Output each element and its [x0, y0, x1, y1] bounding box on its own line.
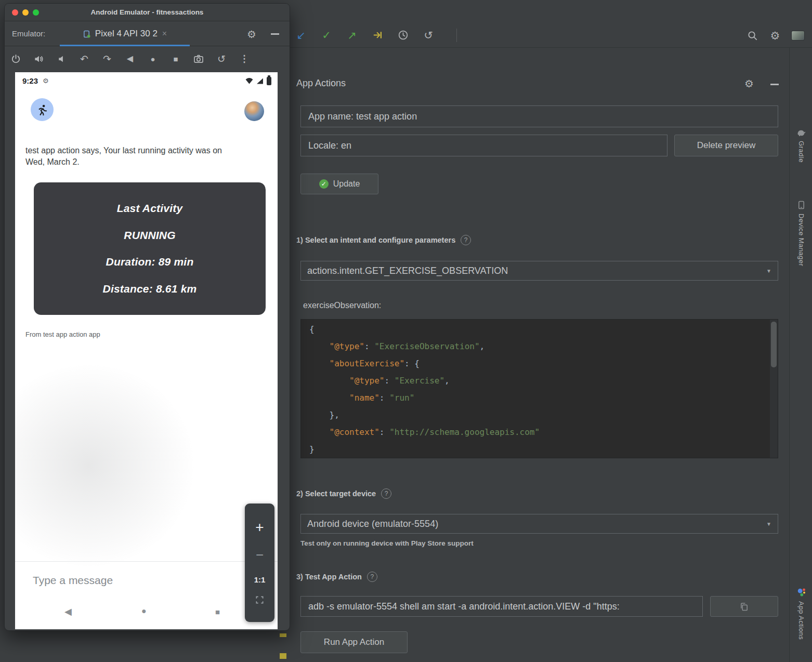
code-content: { "@type": "ExerciseObservation", "about…	[301, 320, 778, 458]
run-app-action-button[interactable]: Run App Action	[300, 631, 408, 653]
device-note: Test only on running device with Play St…	[300, 539, 474, 547]
rotate-left-icon[interactable]: ↶	[77, 52, 91, 65]
tab-close-icon[interactable]: ×	[162, 29, 167, 38]
step2-help-icon[interactable]: ?	[381, 488, 391, 499]
card-activity: RUNNING	[124, 229, 175, 242]
wifi-icon	[245, 78, 253, 84]
gradle-elephant-icon	[796, 129, 806, 137]
fitness-app-icon	[31, 98, 54, 121]
code-scrollbar-thumb[interactable]	[771, 322, 777, 367]
home-button-icon[interactable]: ●	[146, 52, 160, 65]
bookmark-tick	[280, 653, 286, 659]
emulator-settings-gear-icon[interactable]: ⚙	[247, 28, 256, 41]
panel-minimize-icon[interactable]	[770, 84, 779, 85]
screenshot-root: ↙ ✓ ↗ ↺ ⚙ App Actions ⚙ App name: test a…	[0, 0, 812, 662]
skip-to-end-icon[interactable]	[372, 30, 383, 41]
chevron-down-icon: ▼	[766, 268, 771, 274]
fit-screen-icon[interactable]	[255, 595, 264, 606]
tab-pixel4[interactable]: Pixel 4 API 30 2 ×	[56, 21, 194, 46]
app-name-field[interactable]: App name: test app action	[300, 105, 778, 127]
toolbar-divider	[456, 29, 457, 42]
zoom-in-button[interactable]: +	[255, 519, 264, 536]
copy-command-button[interactable]	[710, 596, 778, 617]
step3-help-icon[interactable]: ?	[367, 572, 377, 582]
activity-card: Last Activity RUNNING Duration: 89 min D…	[34, 182, 266, 315]
right-tool-stripe: Gradle Device Manager App Actions	[789, 48, 812, 662]
zoom-out-button[interactable]: −	[256, 547, 264, 563]
nav-back-icon[interactable]: ◀	[64, 606, 72, 617]
emulator-titlebar: Android Emulator - fitnessactions	[5, 4, 290, 21]
settings-gear-icon[interactable]: ⚙	[769, 30, 781, 41]
clock-icon[interactable]	[397, 30, 409, 41]
emulator-minimize-icon[interactable]	[271, 33, 279, 35]
camera-icon[interactable]	[192, 52, 205, 65]
phone-screen: 9:23 ⚙ test app action says, Your last r…	[15, 72, 278, 629]
code-editor[interactable]: { "@type": "ExerciseObservation", "about…	[300, 319, 778, 458]
update-check-icon: ✓	[319, 179, 329, 189]
status-bar: 9:23 ⚙	[22, 76, 49, 85]
adb-command-field[interactable]: adb -s emulator-5554 shell am start -a a…	[300, 596, 703, 617]
target-device-dropdown[interactable]: Android device (emulator-5554) ▼	[300, 514, 778, 534]
arrow-down-left-icon[interactable]: ↙	[295, 30, 307, 41]
step1-label: 1) Select an intent and configure parame…	[296, 236, 455, 244]
target-device-value: Android device (emulator-5554)	[307, 519, 438, 529]
intent-dropdown-value: actions.intent.GET_EXERCISE_OBSERVATION	[307, 266, 508, 276]
step2-label: 2) Select target device	[296, 489, 376, 498]
step2-section: 2) Select target device ?	[296, 488, 391, 499]
search-icon[interactable]	[746, 30, 758, 41]
status-icons	[245, 77, 271, 85]
snapshot-icon[interactable]: ↺	[215, 52, 228, 65]
step1-help-icon[interactable]: ?	[461, 235, 471, 245]
device-tab-icon	[83, 30, 90, 38]
emulator-label: Emulator:	[12, 29, 45, 38]
nav-home-icon[interactable]: ●	[141, 606, 147, 616]
nav-overview-icon[interactable]: ■	[215, 607, 220, 616]
step1-section: 1) Select an intent and configure parame…	[296, 235, 471, 245]
battery-icon	[267, 77, 271, 85]
volume-up-icon[interactable]	[32, 52, 45, 65]
bookmark-tick	[280, 633, 286, 637]
tab-gradle[interactable]: Gradle	[790, 129, 812, 163]
update-button-label: Update	[333, 179, 360, 189]
volume-down-icon[interactable]	[55, 52, 68, 65]
overview-button-icon[interactable]: ■	[169, 52, 182, 65]
delete-preview-button[interactable]: Delete preview	[674, 135, 778, 156]
intent-dropdown[interactable]: actions.intent.GET_EXERCISE_OBSERVATION …	[300, 261, 778, 281]
arrow-up-right-icon[interactable]: ↗	[346, 30, 358, 41]
step3-label: 3) Test App Action	[296, 573, 362, 581]
tab-app-actions[interactable]: App Actions	[790, 587, 812, 640]
power-icon[interactable]	[9, 52, 22, 65]
panel-gear-icon[interactable]: ⚙	[744, 77, 754, 90]
zoom-ratio-button[interactable]: 1:1	[254, 575, 266, 584]
app-actions-panel-title: App Actions	[296, 78, 346, 89]
android-nav-bar: ◀ ● ■	[15, 599, 278, 629]
back-button-icon[interactable]: ◀	[123, 52, 137, 65]
step3-section: 3) Test App Action ?	[296, 572, 377, 582]
card-title: Last Activity	[117, 202, 183, 215]
copy-icon	[740, 602, 749, 611]
tab-device-manager-label: Device Manager	[797, 214, 805, 267]
device-manager-icon	[797, 201, 806, 209]
user-avatar	[244, 101, 264, 121]
emulator-tabbar: Emulator: Pixel 4 API 30 2 × ⚙	[5, 21, 290, 46]
emulator-window-title: Android Emulator - fitnessactions	[5, 4, 290, 21]
card-duration: Duration: 89 min	[106, 256, 194, 268]
emulator-window: Android Emulator - fitnessactions Emulat…	[4, 3, 290, 631]
card-distance: Distance: 8.61 km	[103, 283, 197, 295]
running-devices-icon[interactable]	[791, 31, 805, 41]
check-icon[interactable]: ✓	[321, 30, 332, 41]
tab-app-actions-label: App Actions	[797, 601, 805, 640]
tab-gradle-label: Gradle	[797, 141, 805, 163]
zoom-controls: + − 1:1	[245, 504, 274, 622]
undo-icon[interactable]: ↺	[423, 30, 434, 41]
emulator-toolbar: ↶ ↷ ◀ ● ■ ↺ ⋮	[5, 46, 290, 71]
locale-field[interactable]: Locale: en	[300, 135, 667, 156]
kebab-menu-icon[interactable]: ⋮	[238, 52, 251, 65]
tab-pixel4-label: Pixel 4 API 30 2	[95, 29, 158, 39]
compose-bar[interactable]: Type a message	[15, 561, 278, 599]
tab-device-manager[interactable]: Device Manager	[790, 201, 812, 267]
rotate-right-icon[interactable]: ↷	[100, 52, 114, 65]
update-button[interactable]: ✓ Update	[300, 174, 378, 194]
chevron-down-icon: ▼	[766, 521, 771, 527]
parameter-label: exerciseObservation:	[303, 301, 381, 310]
